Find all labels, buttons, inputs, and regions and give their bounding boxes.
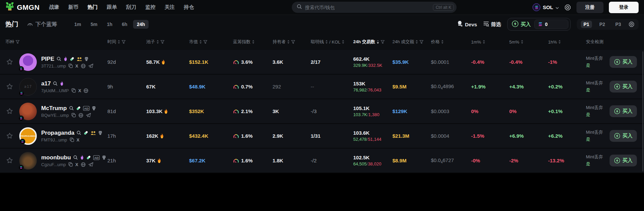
- token-address[interactable]: CgzuF...ump: [41, 162, 66, 167]
- token-address[interactable]: 7pUdM...UMP: [41, 88, 69, 93]
- token-cell[interactable]: a17 a17 7pUdM...UMP X: [0, 78, 107, 96]
- filter-funnel-icon[interactable]: [16, 40, 20, 44]
- sort-icon[interactable]: [118, 40, 120, 44]
- sort-icon[interactable]: [325, 40, 328, 44]
- globe-icon[interactable]: [81, 162, 86, 167]
- token-avatar[interactable]: a17: [19, 78, 37, 96]
- sort-icon[interactable]: [377, 40, 379, 44]
- quick-buy-label[interactable]: 买入: [521, 21, 531, 28]
- buy-button[interactable]: 买入: [610, 105, 637, 117]
- globe-icon[interactable]: [81, 63, 86, 69]
- token-address[interactable]: FMT9J...ump: [41, 137, 67, 142]
- search-icon[interactable]: [73, 155, 78, 160]
- token-name[interactable]: moonbubu: [41, 154, 71, 161]
- col-header-token[interactable]: 币种: [0, 39, 107, 45]
- nav-trench[interactable]: 战壕: [49, 4, 59, 10]
- timeframe-6h[interactable]: 6h: [118, 20, 131, 29]
- token-name[interactable]: PIPE: [41, 56, 54, 62]
- sort-icon[interactable]: [558, 40, 561, 44]
- col-header-volume[interactable]: 24h 成交额: [392, 39, 431, 45]
- token-avatar[interactable]: [19, 152, 37, 169]
- brand-logo[interactable]: GMGN: [5, 2, 40, 12]
- table-row[interactable]: moonbubu AD CgzuF...ump X 21h 37K $67.2K…: [0, 149, 644, 173]
- favorite-star-icon[interactable]: [6, 58, 13, 65]
- col-header-pool[interactable]: 池子: [146, 39, 189, 45]
- nav-new-pairs[interactable]: 新币: [68, 4, 78, 10]
- search-input[interactable]: [305, 5, 430, 10]
- col-header-bluechip[interactable]: 蓝筹指数: [233, 39, 273, 45]
- table-row[interactable]: PIPE 3T721...ump X 92d 58.7K $152.1K 3.6…: [0, 50, 644, 75]
- buy-button[interactable]: 买入: [610, 130, 637, 142]
- col-header-holders[interactable]: 持有者: [273, 39, 311, 45]
- filter-funnel-icon[interactable]: [122, 40, 126, 44]
- filter-funnel-icon[interactable]: [419, 40, 423, 44]
- preset-settings-icon[interactable]: [628, 21, 635, 27]
- col-header-price[interactable]: 价格: [431, 39, 471, 45]
- preset-p1[interactable]: P1: [581, 21, 592, 28]
- x-icon[interactable]: X: [77, 137, 80, 142]
- sort-icon[interactable]: [415, 40, 418, 44]
- sort-icon[interactable]: [199, 40, 202, 44]
- col-header-txs[interactable]: 24h 交易数: [353, 39, 392, 45]
- col-header-chg-5m[interactable]: 5m%: [509, 39, 548, 45]
- preset-p3[interactable]: P3: [613, 21, 624, 28]
- nav-monitor[interactable]: 监控: [145, 4, 155, 10]
- favorite-star-icon[interactable]: [6, 108, 13, 115]
- search-icon[interactable]: [76, 130, 81, 135]
- token-avatar[interactable]: [19, 53, 37, 71]
- token-cell[interactable]: moonbubu AD CgzuF...ump X: [0, 152, 107, 169]
- chain-selector[interactable]: SOL: [533, 3, 559, 11]
- favorite-star-icon[interactable]: [6, 132, 13, 139]
- col-header-age[interactable]: 时间: [107, 39, 146, 45]
- token-cell[interactable]: McTrump AD BQwYE...ump: [0, 103, 107, 120]
- nav-copytrade[interactable]: 跟单: [107, 4, 117, 10]
- signup-button[interactable]: 注册: [576, 2, 603, 13]
- token-name[interactable]: Propaganda: [41, 130, 74, 136]
- filter-funnel-icon[interactable]: [291, 40, 295, 44]
- buy-button[interactable]: 买入: [610, 155, 637, 166]
- sort-icon[interactable]: [521, 40, 523, 44]
- timeframe-5m[interactable]: 5m: [87, 20, 101, 29]
- sort-icon[interactable]: [441, 40, 444, 44]
- preset-p2[interactable]: P2: [597, 21, 608, 28]
- table-row[interactable]: a17 a17 7pUdM...UMP X 9h 67K $48.9K 0.7%…: [0, 75, 644, 99]
- table-row[interactable]: McTrump AD BQwYE...ump 81d 103.3K $352K …: [0, 99, 644, 124]
- filter-button[interactable]: 筛选: [483, 21, 501, 28]
- token-avatar[interactable]: PROPAGANDA: [19, 127, 37, 145]
- col-header-chg-1m[interactable]: 1m%: [471, 39, 509, 45]
- token-address[interactable]: 3T721...ump: [41, 63, 66, 69]
- sort-icon[interactable]: [342, 40, 344, 44]
- search-icon[interactable]: [69, 106, 74, 111]
- nav-holdings[interactable]: 持仓: [184, 4, 194, 10]
- token-name[interactable]: McTrump: [41, 105, 67, 112]
- sort-icon[interactable]: [156, 40, 159, 44]
- buy-button[interactable]: 买入: [610, 56, 637, 68]
- login-button[interactable]: 登录: [609, 2, 639, 13]
- col-header-chg-1h[interactable]: 1h%: [548, 39, 586, 45]
- scrollbar[interactable]: [642, 51, 643, 172]
- globe-icon[interactable]: [83, 88, 88, 93]
- copy-icon[interactable]: [71, 113, 76, 117]
- buy-button[interactable]: 买入: [610, 81, 637, 93]
- copy-icon[interactable]: [71, 88, 76, 93]
- copy-icon[interactable]: [70, 137, 74, 142]
- filter-funnel-icon[interactable]: [160, 40, 164, 44]
- token-cell[interactable]: PIPE 3T721...ump X: [0, 53, 107, 71]
- globe-icon[interactable]: [78, 113, 83, 118]
- buy-amount-input[interactable]: 0: [534, 20, 568, 29]
- token-address[interactable]: BQwYE...ump: [41, 113, 69, 118]
- token-avatar[interactable]: [19, 103, 37, 120]
- nav-trending[interactable]: 热门: [87, 4, 98, 10]
- favorite-star-icon[interactable]: [6, 83, 13, 90]
- telegram-icon[interactable]: [88, 162, 94, 167]
- sort-icon[interactable]: [483, 40, 485, 44]
- x-icon[interactable]: X: [75, 63, 78, 69]
- nav-sniper[interactable]: 刮刀: [126, 4, 136, 10]
- search-icon[interactable]: [56, 56, 61, 61]
- telegram-icon[interactable]: [86, 113, 91, 117]
- token-cell[interactable]: PROPAGANDA Propaganda FMT9J...ump X: [0, 127, 107, 145]
- telegram-icon[interactable]: [88, 63, 94, 68]
- search-icon[interactable]: [53, 81, 58, 86]
- copy-icon[interactable]: [68, 162, 73, 167]
- x-icon[interactable]: X: [78, 88, 81, 93]
